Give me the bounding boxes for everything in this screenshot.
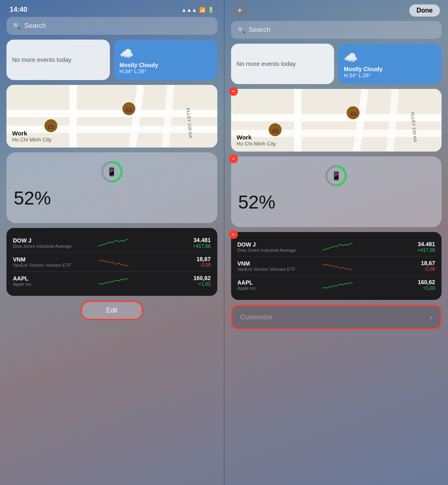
stock-row-vnm-left: VNM VanEck Vectors Vietnam ETF 18,67 -0,… [13, 253, 211, 272]
map-title-right: Work [237, 134, 276, 141]
right-phone-panel: + Done 🔍 Search No more events today ☁️ … [225, 0, 448, 485]
stock-change-aapl-right: +1,03 [407, 285, 435, 291]
stock-name-dow-right: Dow Jones Industrial Average [238, 248, 322, 253]
battery-widget-right: 📱 52% [231, 156, 442, 227]
stock-price-aapl-left: 160,62 +1,03 [183, 275, 211, 287]
stock-price-dow-left: 34.481 +417,66 [183, 237, 211, 249]
calendar-widget-right: No more events today [231, 44, 334, 84]
stock-ticker-vnm-right: VNM [238, 260, 322, 267]
top-widgets-left: No more events today ☁️ Mostly Cloudy H:… [6, 40, 217, 80]
search-bar-left[interactable]: 🔍 Search [6, 17, 217, 35]
add-widget-button[interactable]: + [233, 3, 247, 18]
battery-widget-left: 📱 52% [6, 152, 217, 223]
stock-change-dow-right: +417,66 [407, 247, 435, 253]
stock-price-dow-right: 34.481 +417,66 [407, 241, 435, 253]
stock-value-aapl-right: 160,62 [407, 279, 435, 285]
stock-ticker-aapl-right: AAPL [238, 279, 322, 286]
map-widget-wrapper-right: − 💼 💼 Work Ho Chi Minh City ALLEY 110 HA [231, 89, 442, 152]
stock-chart-vnm-left [98, 256, 183, 268]
stock-row-aapl-left: AAPL Apple Inc. 160,62 +1,03 [13, 272, 211, 290]
search-icon-left: 🔍 [13, 22, 21, 30]
done-button[interactable]: Done [409, 4, 440, 17]
stock-ticker-dow-right: DOW J [238, 241, 322, 248]
weather-icon-left: ☁️ [120, 47, 212, 60]
map-subtitle-left: Ho Chi Minh City [12, 137, 52, 143]
search-bar-right[interactable]: 🔍 Search [231, 21, 442, 39]
battery-widget-wrapper-right: − 📱 52% [231, 156, 442, 227]
stock-ticker-dow-left: DOW J [13, 237, 98, 244]
stock-chart-vnm-right [322, 260, 407, 272]
battery-percent-right: 52% [238, 193, 435, 211]
stocks-widget-left: DOW J Dow Jones Industrial Average 34.48… [6, 228, 217, 296]
map-subtitle-right: Ho Chi Minh City [237, 141, 276, 147]
stock-change-vnm-left: -0,09 [183, 262, 211, 268]
stock-value-dow-left: 34.481 [183, 237, 211, 243]
stock-info-vnm-right: VNM VanEck Vectors Vietnam ETF [238, 260, 322, 272]
battery-phone-icon-right: 📱 [331, 171, 341, 181]
weather-widget-right: ☁️ Mostly Cloudy H:34° L:26° [338, 44, 442, 84]
search-text-right: Search [249, 26, 271, 34]
battery-phone-icon-left: 📱 [107, 167, 117, 177]
stock-value-vnm-left: 18,67 [183, 256, 211, 262]
remove-map-button[interactable]: − [229, 87, 238, 96]
left-phone-panel: 14:40 ▲▲▲ 📶 🔋 🔍 Search No more events to… [0, 0, 224, 485]
stock-info-dow-left: DOW J Dow Jones Industrial Average [13, 237, 98, 249]
customize-label: Customize [240, 313, 273, 321]
stock-ticker-aapl-left: AAPL [13, 275, 98, 282]
stocks-widget-right: DOW J Dow Jones Industrial Average 34.48… [231, 232, 442, 300]
stock-name-aapl-left: Apple Inc. [13, 282, 98, 287]
status-time: 14:40 [10, 6, 27, 14]
stock-row-dow-right: DOW J Dow Jones Industrial Average 34.48… [238, 238, 435, 257]
stock-price-vnm-left: 18,67 -0,09 [183, 256, 211, 268]
signal-icon: ▲▲▲ [181, 7, 197, 13]
weather-icon-right: ☁️ [344, 51, 436, 64]
battery-status-icon: 🔋 [208, 7, 214, 13]
stock-row-vnm-right: VNM VanEck Vectors Vietnam ETF 18,67 -0,… [238, 257, 435, 276]
stock-price-aapl-right: 160,62 +1,03 [407, 279, 435, 291]
status-bar: 14:40 ▲▲▲ 📶 🔋 [6, 0, 217, 17]
stock-ticker-vnm-left: VNM [13, 256, 98, 263]
map-widget-left: 💼 💼 Work Ho Chi Minh City ALLEY 110 HA [6, 85, 217, 148]
stock-price-vnm-right: 18,67 -0,09 [407, 260, 435, 272]
stock-chart-dow-left [98, 237, 183, 249]
wifi-icon: 📶 [199, 7, 206, 13]
weather-condition-right: Mostly Cloudy [344, 66, 436, 72]
calendar-text-left: No more events today [12, 56, 72, 64]
stock-value-vnm-right: 18,67 [407, 260, 435, 266]
map-label-left: Work Ho Chi Minh City [12, 130, 52, 143]
search-text-left: Search [24, 22, 46, 30]
stock-info-aapl-left: AAPL Apple Inc. [13, 275, 98, 287]
remove-stocks-button[interactable]: − [229, 230, 238, 239]
edit-button-container: Edit [6, 301, 217, 320]
map-widget-right: 💼 💼 Work Ho Chi Minh City ALLEY 110 HA [231, 89, 442, 152]
edit-button[interactable]: Edit [81, 301, 143, 320]
stock-name-dow-left: Dow Jones Industrial Average [13, 244, 98, 249]
battery-percent-left: 52% [14, 189, 210, 207]
stock-row-aapl-right: AAPL Apple Inc. 160,62 +1,03 [238, 276, 435, 294]
stock-name-vnm-right: VanEck Vectors Vietnam ETF [238, 267, 322, 272]
customize-button[interactable]: Customize › [231, 305, 442, 329]
weather-condition-left: Mostly Cloudy [120, 62, 212, 68]
stock-change-aapl-left: +1,03 [183, 281, 211, 287]
stock-change-vnm-right: -0,09 [407, 266, 435, 272]
remove-battery-button[interactable]: − [229, 154, 238, 163]
stock-chart-aapl-left [98, 275, 183, 287]
edit-top-bar: + Done [231, 0, 442, 21]
panel-divider [224, 0, 225, 485]
battery-circle-right: 📱 [324, 164, 348, 188]
status-icons: ▲▲▲ 📶 🔋 [181, 7, 214, 13]
stock-name-aapl-right: Apple Inc. [238, 286, 322, 291]
stocks-widget-wrapper-right: − DOW J Dow Jones Industrial Average 34.… [231, 232, 442, 300]
search-icon-right: 🔍 [238, 26, 246, 34]
stock-row-dow-left: DOW J Dow Jones Industrial Average 34.48… [13, 234, 211, 253]
map-title-left: Work [12, 130, 52, 137]
top-widgets-right: No more events today ☁️ Mostly Cloudy H:… [231, 44, 442, 84]
weather-temp-right: H:34° L:26° [344, 72, 436, 78]
stock-name-vnm-left: VanEck Vectors Vietnam ETF [13, 263, 98, 268]
stock-chart-aapl-right [322, 279, 407, 291]
stock-change-dow-left: +417,66 [183, 243, 211, 249]
stock-value-dow-right: 34.481 [407, 241, 435, 247]
stock-info-aapl-right: AAPL Apple Inc. [238, 279, 322, 291]
calendar-widget-left: No more events today [6, 40, 110, 80]
customize-arrow-icon: › [429, 312, 432, 322]
